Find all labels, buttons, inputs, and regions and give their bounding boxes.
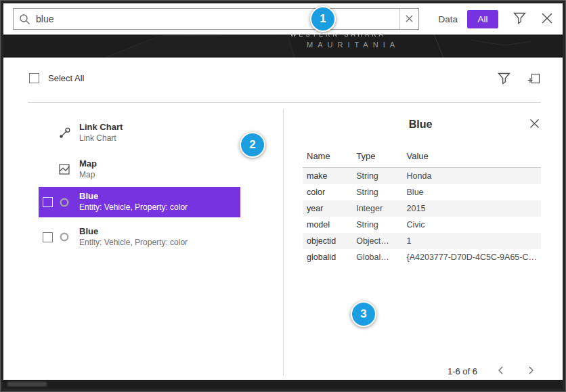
detail-title: Blue [299, 118, 542, 131]
cell-type: Object… [352, 233, 402, 249]
search-input-group [13, 8, 419, 30]
result-subtitle: Entity: Vehicle, Property: color [79, 203, 188, 213]
cell-type: Global… [352, 249, 402, 265]
cell-value: Civic [403, 217, 541, 233]
map-footer [3, 380, 563, 389]
cell-name: globalid [303, 249, 352, 265]
result-title: Link Chart [79, 123, 123, 133]
attribution-smudge [7, 382, 47, 387]
annotation-badge-1: 1 [310, 6, 336, 32]
entity-circle-icon [59, 232, 79, 242]
map-label-western-sahara: WESTERN SAHARA [290, 35, 386, 38]
filter-icon [498, 72, 510, 87]
cell-type: Integer [352, 200, 402, 217]
result-subtitle: Map [79, 171, 97, 180]
add-to-new-button[interactable] [527, 72, 540, 87]
cell-name: model [303, 217, 352, 233]
link-chart-icon [59, 127, 79, 139]
cell-type: String [352, 168, 402, 185]
filter-icon [513, 12, 526, 26]
result-subtitle: Link Chart [79, 134, 123, 144]
cell-name: color [303, 184, 352, 200]
results-panel: Select All Link Chart Link Chart [3, 58, 563, 381]
select-all-row: Select All [29, 73, 84, 83]
detail-panel: Blue Name Type Value [299, 109, 542, 381]
column-header-value: Value [403, 147, 541, 168]
close-search-button[interactable] [541, 12, 553, 26]
result-title: Blue [79, 192, 188, 202]
select-all-checkbox[interactable] [29, 73, 39, 83]
pagination-label: 1-6 of 6 [448, 366, 477, 376]
scope-data-option[interactable]: Data [438, 14, 458, 24]
add-item-icon [527, 72, 540, 87]
cell-name: year [303, 200, 352, 217]
result-item-blue-selected[interactable]: Blue Entity: Vehicle, Property: color [39, 187, 240, 217]
table-row: globalid Global… {A4203777-D70D-4C5C-9A6… [303, 249, 541, 265]
close-icon [406, 14, 413, 24]
result-checkbox[interactable] [43, 197, 53, 207]
chevron-left-icon [496, 366, 506, 377]
clear-search-button[interactable] [399, 9, 418, 29]
attribute-table: Name Type Value make String Honda color [303, 147, 541, 265]
search-controls: Data All [438, 10, 553, 28]
detail-close-button[interactable] [529, 118, 540, 131]
search-input[interactable] [30, 14, 399, 24]
table-row: year Integer 2015 [303, 200, 541, 217]
column-header-type: Type [352, 147, 402, 168]
table-row: objectid Object… 1 [303, 233, 541, 249]
cell-type: String [352, 184, 402, 200]
search-overlay-bar: Data All [3, 3, 563, 35]
close-icon [541, 12, 553, 26]
result-item-map[interactable]: Map Map [39, 154, 240, 185]
table-row: model String Civic [303, 217, 541, 233]
results-filter-button[interactable] [498, 72, 510, 87]
result-subtitle: Entity: Vehicle, Property: color [79, 238, 188, 248]
column-header-name: Name [303, 147, 352, 168]
cell-type: String [352, 217, 402, 233]
annotation-badge-2: 2 [240, 132, 265, 158]
table-header-row: Name Type Value [303, 147, 541, 168]
cell-name: objectid [303, 233, 352, 249]
cell-value: 1 [403, 233, 541, 249]
scope-all-option[interactable]: All [467, 10, 498, 28]
search-icon [14, 14, 30, 25]
cell-value: Honda [403, 168, 541, 185]
map-background: WESTERN SAHARA MAURITANIA [3, 35, 563, 58]
pagination: 1-6 of 6 [448, 364, 537, 378]
chevron-right-icon [526, 366, 536, 377]
cell-value: 2015 [403, 200, 541, 217]
panel-divider [283, 109, 284, 376]
cell-value: {A4203777-D70D-4C5C-9A65-C… [403, 249, 541, 265]
annotation-badge-3: 3 [351, 301, 376, 327]
header-divider [28, 102, 541, 103]
map-label-mauritania: MAURITANIA [307, 41, 399, 49]
pagination-prev-button[interactable] [495, 364, 507, 378]
app-root: WESTERN SAHARA MAURITANIA Data All [0, 0, 566, 392]
result-item-blue[interactable]: Blue Entity: Vehicle, Property: color [39, 223, 240, 251]
pagination-next-button[interactable] [525, 364, 537, 378]
cell-value: Blue [403, 184, 541, 200]
result-title: Blue [79, 227, 188, 237]
result-checkbox[interactable] [43, 232, 53, 242]
table-row: make String Honda [303, 168, 541, 185]
select-all-label: Select All [48, 73, 84, 83]
map-border-lines [3, 35, 563, 58]
search-scope-toggle: Data All [438, 10, 498, 28]
cell-name: make [303, 168, 352, 185]
result-title: Map [79, 159, 97, 169]
table-row: color String Blue [303, 184, 541, 200]
result-item-link-chart[interactable]: Link Chart Link Chart [39, 117, 240, 148]
entity-circle-icon [59, 197, 79, 208]
search-filter-button[interactable] [513, 12, 526, 26]
close-icon [529, 118, 540, 131]
map-icon [59, 164, 79, 175]
